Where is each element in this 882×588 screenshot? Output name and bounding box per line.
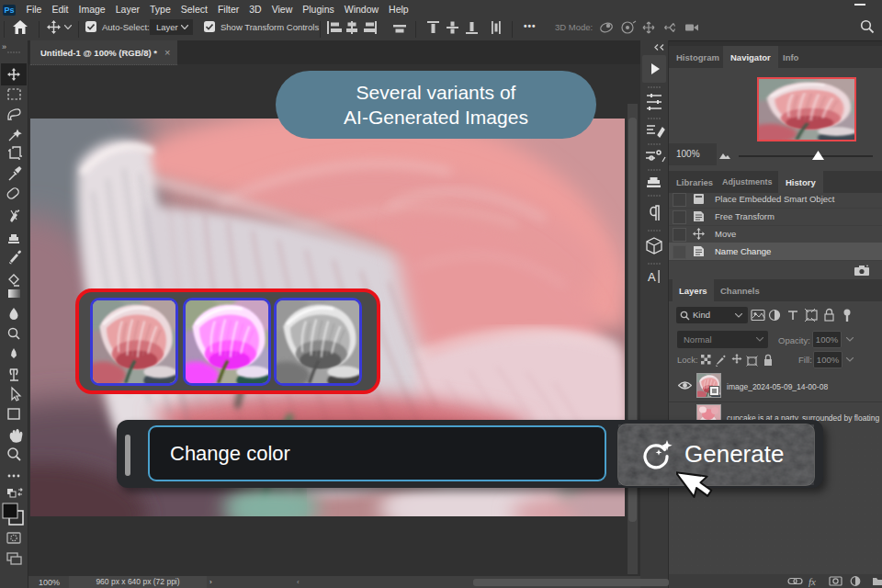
- svg-text:A: A: [648, 270, 656, 284]
- svg-text:fx: fx: [808, 576, 816, 587]
